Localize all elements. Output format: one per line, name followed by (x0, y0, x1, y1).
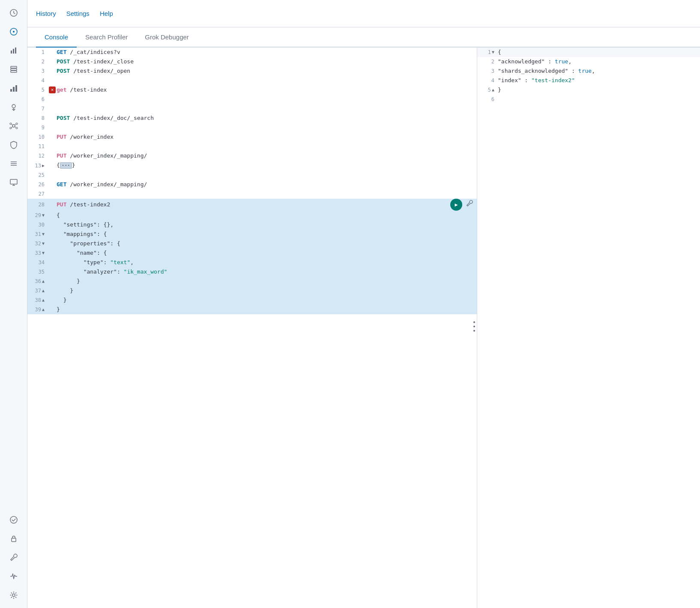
code-line-34: 34 "type": "text", (27, 258, 477, 267)
code-line-28: 28 PUT /test-index2 ▶ (27, 199, 477, 211)
line-content-29: { (57, 211, 473, 220)
sidebar-icon-lock[interactable] (5, 530, 22, 547)
code-line-7: 7 (27, 104, 477, 113)
out-num-2: 2 (481, 57, 494, 66)
line-num-10: 10 (31, 132, 45, 142)
code-line-11: 11 (27, 142, 477, 151)
output-line-5: 5 ▲ } (477, 85, 700, 95)
run-button[interactable]: ▶ (450, 199, 462, 211)
code-line-32: 32 ▼ "properties": { (27, 239, 477, 248)
nav-history[interactable]: History (36, 10, 56, 17)
sidebar-icon-compass[interactable] (5, 23, 22, 40)
line-num-5: 5 (31, 85, 45, 95)
line-content-36: } (57, 277, 473, 286)
code-line-29: 29 ▼ { (27, 211, 477, 220)
line-content-12: PUT /worker_index/_mapping/ (57, 151, 473, 161)
top-nav: History Settings Help (27, 0, 700, 27)
line-content-33: "name": { (57, 248, 473, 258)
sidebar-icon-monitor[interactable] (5, 174, 22, 191)
sidebar (0, 0, 27, 608)
sidebar-icon-gear[interactable] (5, 587, 22, 604)
gutter-5: ✕ (48, 86, 57, 93)
svg-rect-11 (15, 85, 17, 92)
editor-left[interactable]: 1 GET /_cat/indices?v 2 POST /test-index… (27, 48, 477, 608)
line-num-38: 38 ▲ (31, 295, 45, 305)
nav-help[interactable]: Help (100, 10, 113, 17)
code-line-1: 1 GET /_cat/indices?v (27, 48, 477, 57)
line-content-28: PUT /test-index2 (57, 200, 447, 209)
resize-handle[interactable] (471, 316, 477, 340)
line-num-35: 35 (31, 267, 45, 277)
sidebar-icon-maps[interactable] (5, 98, 22, 116)
code-line-12: 12 PUT /worker_index/_mapping/ (27, 151, 477, 161)
svg-rect-3 (11, 51, 12, 54)
line-content-10: PUT /worker_index (57, 132, 473, 142)
sidebar-icon-chart[interactable] (5, 42, 22, 59)
line-content-35: "analyzer": "ik_max_word" (57, 267, 473, 277)
line-content-32: "properties": { (57, 239, 473, 248)
main-content: History Settings Help Console Search Pro… (27, 0, 700, 608)
output-line-2: 2 "acknowledged" : true, (477, 57, 700, 66)
out-content-4: "index" : "test-index2" (498, 76, 575, 85)
line-content-34: "type": "text", (57, 258, 473, 267)
sidebar-icon-graph[interactable] (5, 80, 22, 97)
svg-point-2 (13, 31, 15, 33)
line-num-30: 30 (31, 220, 45, 229)
line-actions-28: ▶ (450, 199, 473, 211)
line-num-33: 33 ▼ (31, 248, 45, 258)
code-line-36: 36 ▲ } (27, 277, 477, 286)
line-content-13: {···} (57, 161, 473, 170)
sidebar-icon-list[interactable] (5, 155, 22, 172)
line-num-1: 1 (31, 48, 45, 57)
sidebar-icon-shield[interactable] (5, 136, 22, 153)
line-num-11: 11 (31, 142, 45, 151)
sidebar-icon-layers[interactable] (5, 61, 22, 78)
output-line-4: 4 "index" : "test-index2" (477, 76, 700, 85)
editor-right: 1 ▼ { 2 "acknowledged" : true, 3 "shards… (477, 48, 700, 608)
code-line-30: 30 "settings": {}, (27, 220, 477, 229)
sidebar-icon-clock[interactable] (5, 4, 22, 21)
svg-point-16 (10, 127, 12, 129)
tab-console[interactable]: Console (36, 27, 77, 48)
svg-point-28 (10, 516, 17, 523)
line-content-5: get /test-index (57, 85, 473, 95)
line-num-9: 9 (31, 123, 45, 132)
svg-rect-9 (10, 89, 12, 92)
sidebar-icon-check[interactable] (5, 511, 22, 528)
line-content-8: POST /test-index/_doc/_search (57, 113, 473, 123)
fold-token-13[interactable]: ··· (60, 162, 72, 169)
code-line-3: 3 POST /test-index/_open (27, 66, 477, 76)
code-line-6: 6 (27, 95, 477, 104)
code-line-9: 9 (27, 123, 477, 132)
svg-rect-7 (11, 69, 17, 70)
line-content-38: } (57, 295, 473, 305)
code-line-37: 37 ▲ } (27, 286, 477, 295)
out-content-5: } (498, 85, 501, 95)
svg-point-13 (12, 125, 15, 127)
out-num-4: 4 (481, 76, 494, 85)
sidebar-icon-wrench[interactable] (5, 549, 22, 566)
code-lines: 1 GET /_cat/indices?v 2 POST /test-index… (27, 48, 477, 314)
line-content-2: POST /test-index/_close (57, 57, 473, 66)
nav-settings[interactable]: Settings (66, 10, 90, 17)
line-num-29: 29 ▼ (31, 211, 45, 220)
code-line-31: 31 ▼ "mappings": { (27, 229, 477, 239)
svg-rect-25 (10, 179, 17, 184)
out-content-2: "acknowledged" : true, (498, 57, 571, 66)
code-line-10: 10 PUT /worker_index (27, 132, 477, 142)
svg-rect-10 (13, 87, 15, 92)
wrench-button[interactable] (466, 200, 473, 210)
svg-point-17 (16, 127, 18, 129)
svg-point-31 (473, 321, 475, 323)
svg-rect-4 (13, 49, 14, 54)
sidebar-icon-pulse[interactable] (5, 568, 22, 585)
line-content-26: GET /worker_index/_mapping/ (57, 180, 473, 189)
svg-rect-5 (15, 48, 16, 54)
sidebar-icon-nodes[interactable] (5, 117, 22, 134)
tab-grok-debugger[interactable]: Grok Debugger (136, 27, 197, 48)
svg-rect-6 (11, 66, 17, 68)
line-num-12: 12 (31, 151, 45, 161)
svg-point-15 (16, 123, 18, 125)
tab-search-profiler[interactable]: Search Profiler (77, 27, 136, 48)
line-num-36: 36 ▲ (31, 277, 45, 286)
